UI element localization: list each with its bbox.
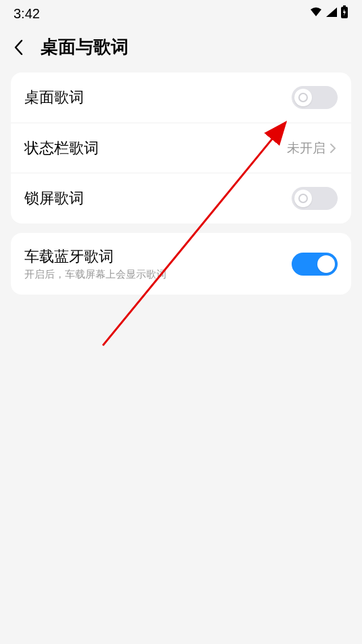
- status-icons: [309, 5, 348, 22]
- battery-icon: [340, 5, 348, 22]
- settings-group-bluetooth: 车载蓝牙歌词 开启后，车载屏幕上会显示歌词: [11, 233, 351, 295]
- status-bar: 3:42: [0, 0, 362, 24]
- row-car-bluetooth-lyrics[interactable]: 车载蓝牙歌词 开启后，车载屏幕上会显示歌词: [11, 233, 351, 295]
- row-label: 状态栏歌词: [24, 138, 99, 158]
- svg-rect-0: [343, 5, 346, 7]
- toggle-car-bluetooth-lyrics[interactable]: [292, 253, 338, 276]
- settings-group-lyrics: 桌面歌词 状态栏歌词 未开启 锁屏歌词: [11, 72, 351, 223]
- signal-icon: [325, 7, 338, 20]
- toggle-lockscreen-lyrics[interactable]: [292, 187, 338, 210]
- row-label: 锁屏歌词: [24, 188, 84, 209]
- row-label: 桌面歌词: [24, 87, 84, 108]
- row-sublabel: 开启后，车载屏幕上会显示歌词: [24, 268, 166, 281]
- wifi-icon: [309, 7, 323, 20]
- page-header: 桌面与歌词: [0, 24, 362, 72]
- page-title: 桌面与歌词: [41, 35, 129, 59]
- chevron-right-icon: [328, 144, 338, 153]
- row-lockscreen-lyrics[interactable]: 锁屏歌词: [11, 173, 351, 223]
- row-statusbar-lyrics[interactable]: 状态栏歌词 未开启: [11, 123, 351, 173]
- status-time: 3:42: [14, 6, 40, 22]
- row-value: 未开启: [287, 139, 325, 157]
- row-label: 车载蓝牙歌词: [24, 246, 166, 267]
- row-desktop-lyrics[interactable]: 桌面歌词: [11, 72, 351, 123]
- toggle-desktop-lyrics[interactable]: [292, 86, 338, 109]
- back-icon[interactable]: [11, 39, 27, 56]
